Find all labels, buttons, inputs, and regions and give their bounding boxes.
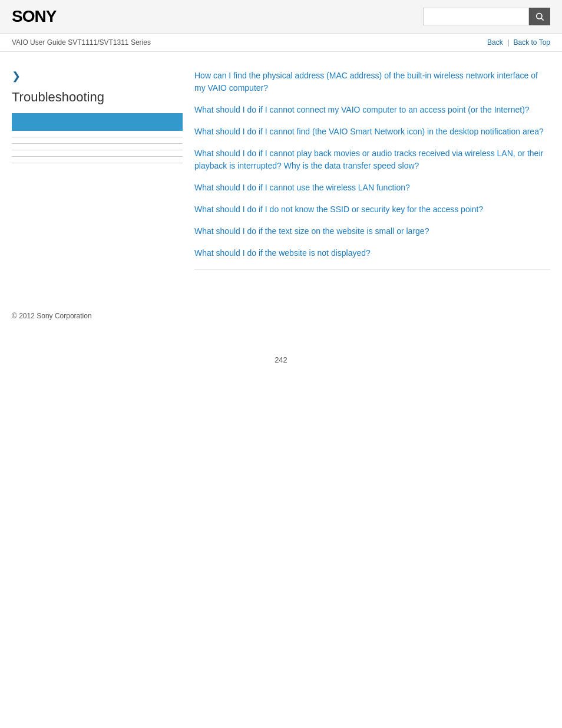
list-item: How can I find the physical address (MAC… <box>194 70 550 94</box>
sidebar-title: Troubleshooting <box>12 90 183 105</box>
list-item: What should I do if I do not know the SS… <box>194 203 550 216</box>
content-link-1[interactable]: What should I do if I cannot connect my … <box>194 105 530 114</box>
sidebar-active-bar <box>12 113 183 131</box>
content-link-2[interactable]: What should I do if I cannot find (the V… <box>194 127 544 136</box>
sidebar-divider-1 <box>12 137 183 137</box>
content-bottom-divider <box>194 269 550 269</box>
svg-point-0 <box>537 14 542 19</box>
page-header: SONY <box>0 0 562 34</box>
list-item: What should I do if the website is not d… <box>194 247 550 259</box>
content-link-0[interactable]: How can I find the physical address (MAC… <box>194 71 538 93</box>
list-item: What should I do if I cannot find (the V… <box>194 126 550 138</box>
sony-logo: SONY <box>12 7 56 26</box>
search-button[interactable] <box>529 8 550 25</box>
guide-title: VAIO User Guide SVT1111/SVT1311 Series <box>12 38 151 47</box>
content-link-5[interactable]: What should I do if I do not know the SS… <box>194 205 483 214</box>
search-input[interactable] <box>423 8 529 25</box>
back-link[interactable]: Back <box>487 38 503 47</box>
sidebar-divider-4 <box>12 156 183 157</box>
list-item: What should I do if I cannot connect my … <box>194 104 550 116</box>
copyright-text: © 2012 Sony Corporation <box>12 312 92 320</box>
content-link-6[interactable]: What should I do if the text size on the… <box>194 226 429 236</box>
back-to-top-link[interactable]: Back to Top <box>514 38 550 47</box>
list-item: What should I do if I cannot use the wir… <box>194 182 550 194</box>
nav-links: Back | Back to Top <box>487 38 550 47</box>
search-area <box>423 8 550 25</box>
page-number: 242 <box>0 355 562 376</box>
main-content: ❯ Troubleshooting How can I find the phy… <box>0 52 562 281</box>
sidebar-divider-2 <box>12 143 183 144</box>
nav-bar: VAIO User Guide SVT1111/SVT1311 Series B… <box>0 34 562 52</box>
sidebar-divider-3 <box>12 150 183 150</box>
content-area: How can I find the physical address (MAC… <box>194 64 550 269</box>
content-link-4[interactable]: What should I do if I cannot use the wir… <box>194 183 410 192</box>
svg-line-1 <box>541 18 544 21</box>
list-item: What should I do if the text size on the… <box>194 225 550 238</box>
sidebar: ❯ Troubleshooting <box>12 64 183 269</box>
content-link-7[interactable]: What should I do if the website is not d… <box>194 248 371 258</box>
list-item: What should I do if I cannot play back m… <box>194 147 550 172</box>
content-links-list: How can I find the physical address (MAC… <box>194 70 550 259</box>
page-footer: © 2012 Sony Corporation <box>0 299 562 332</box>
sidebar-arrow-icon: ❯ <box>12 70 183 83</box>
sidebar-divider-5 <box>12 163 183 163</box>
search-icon <box>535 12 544 21</box>
nav-separator: | <box>507 38 509 47</box>
content-link-3[interactable]: What should I do if I cannot play back m… <box>194 149 543 170</box>
